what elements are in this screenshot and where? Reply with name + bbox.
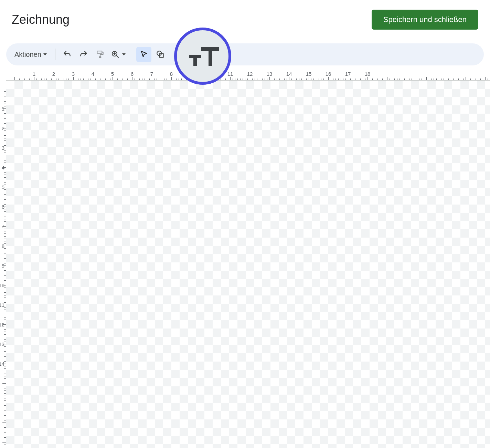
ruler-number: 7 bbox=[150, 71, 153, 77]
ruler-number: 5 bbox=[2, 185, 4, 190]
ruler-number: 9 bbox=[2, 263, 4, 268]
ruler-number: 1 bbox=[33, 71, 35, 77]
dropdown-arrow-icon bbox=[122, 53, 126, 55]
zoom-icon bbox=[111, 50, 119, 59]
ruler-number: 4 bbox=[92, 71, 94, 77]
dialog-title: Zeichnung bbox=[12, 12, 70, 27]
ruler-number: 5 bbox=[111, 71, 114, 77]
svg-rect-9 bbox=[209, 47, 212, 66]
separator bbox=[55, 49, 55, 60]
ruler-number: 4 bbox=[2, 165, 4, 170]
shape-tool-button[interactable] bbox=[153, 47, 168, 62]
ruler-number: 17 bbox=[345, 71, 351, 77]
save-and-close-button[interactable]: Speichern und schließen bbox=[372, 10, 478, 30]
ruler-number: 11 bbox=[0, 302, 4, 308]
paint-format-button[interactable] bbox=[93, 47, 108, 62]
ruler-number: 16 bbox=[326, 71, 331, 77]
vertical-ruler: 1234567891011121314 bbox=[0, 81, 6, 448]
ruler-number: 15 bbox=[306, 71, 312, 77]
paint-format-icon bbox=[96, 50, 105, 59]
ruler-area: 123456789101112131415161718 123456789101… bbox=[0, 70, 490, 448]
ruler-number: 8 bbox=[170, 71, 173, 77]
redo-icon bbox=[79, 50, 88, 59]
undo-icon bbox=[63, 50, 72, 59]
toolbar: Aktionen bbox=[6, 43, 484, 65]
drawing-canvas[interactable] bbox=[6, 81, 490, 448]
redo-button[interactable] bbox=[76, 47, 91, 62]
shape-icon bbox=[156, 50, 165, 59]
ruler-number: 11 bbox=[227, 71, 233, 77]
separator bbox=[132, 49, 132, 60]
text-size-icon bbox=[185, 42, 220, 70]
undo-button[interactable] bbox=[60, 47, 75, 62]
ruler-number: 13 bbox=[267, 71, 273, 77]
ruler-number: 3 bbox=[72, 71, 75, 77]
ruler-number: 2 bbox=[2, 126, 4, 131]
ruler-number: 18 bbox=[365, 71, 371, 77]
ruler-number: 10 bbox=[0, 283, 4, 288]
ruler-number: 2 bbox=[52, 71, 55, 77]
dialog-header: Zeichnung Speichern und schließen bbox=[0, 0, 490, 36]
actions-menu-button[interactable]: Aktionen bbox=[12, 47, 51, 62]
cursor-icon bbox=[140, 50, 148, 59]
svg-rect-0 bbox=[97, 51, 102, 53]
highlighted-text-size-button[interactable] bbox=[174, 28, 231, 85]
svg-rect-11 bbox=[193, 55, 197, 66]
horizontal-ruler: 123456789101112131415161718 bbox=[6, 70, 490, 81]
ruler-number: 3 bbox=[2, 145, 4, 150]
ruler-number: 1 bbox=[2, 106, 4, 111]
zoom-button[interactable] bbox=[109, 47, 128, 62]
select-tool-button[interactable] bbox=[136, 47, 151, 62]
ruler-number: 7 bbox=[2, 224, 4, 229]
ruler-number: 12 bbox=[0, 322, 4, 327]
ruler-number: 8 bbox=[2, 243, 4, 249]
ruler-number: 12 bbox=[247, 71, 253, 77]
dropdown-arrow-icon bbox=[43, 53, 47, 55]
ruler-number: 14 bbox=[0, 361, 4, 366]
ruler-number: 6 bbox=[131, 71, 134, 77]
ruler-number: 13 bbox=[0, 342, 4, 347]
svg-line-3 bbox=[116, 55, 118, 58]
actions-menu-label: Aktionen bbox=[14, 51, 41, 59]
ruler-number: 14 bbox=[286, 71, 292, 77]
ruler-number: 6 bbox=[2, 204, 4, 209]
